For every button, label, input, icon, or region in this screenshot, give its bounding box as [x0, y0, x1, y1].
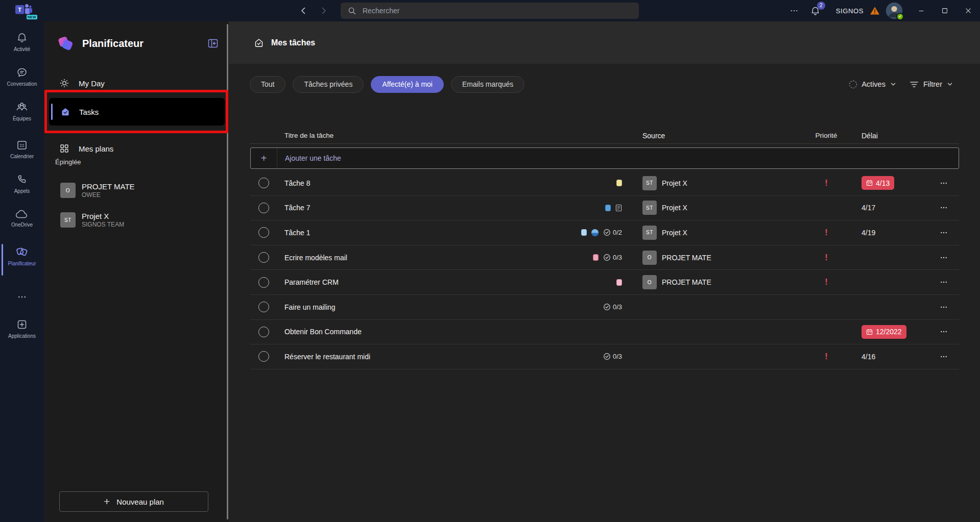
task-due: 12/2022 [852, 325, 928, 339]
phone-icon [16, 173, 28, 186]
chat-icon [16, 66, 28, 79]
notifications-bell-icon[interactable]: 2 [810, 6, 821, 16]
rail-item-apps[interactable]: Applications [0, 318, 44, 339]
tab-all[interactable]: Tout [250, 76, 285, 93]
rail-item-activity[interactable]: Activité [0, 32, 44, 52]
status-available-icon: ✓ [896, 13, 904, 20]
pinned-plan-projet-mate[interactable]: O PROJET MATE OWEE [49, 179, 222, 202]
column-header-due[interactable]: Délai [852, 132, 928, 140]
source-plan-name: PROJET MATE [662, 254, 711, 262]
table-row[interactable]: Tâche 1 0/2 STProjet X ! 4/19 [250, 220, 959, 245]
my-tasks-view: Mes tâches Tout Tâches privées Affecté(e… [229, 21, 980, 522]
task-indicators [616, 279, 622, 286]
table-row[interactable]: Réserver le restaurant midi 0/3 ! 4/16 [250, 344, 959, 369]
calendar-icon [16, 139, 28, 151]
task-more-button[interactable] [940, 254, 948, 262]
close-button[interactable] [957, 0, 980, 21]
table-row[interactable]: Ecrire modèles mail 0/3 OPROJET MATE ! [250, 245, 959, 270]
collapse-sidebar-icon[interactable] [207, 38, 219, 49]
active-rail-indicator [2, 244, 3, 276]
due-date: 4/16 [862, 353, 875, 361]
sidebar-item-my-day[interactable]: My Day [49, 73, 222, 93]
new-plan-button[interactable]: + Nouveau plan [59, 491, 208, 512]
task-priority: ! [801, 253, 852, 262]
more-options-icon[interactable] [785, 6, 803, 15]
rail-item-chat[interactable]: Conversation [0, 66, 44, 87]
label-chip-icon [593, 254, 599, 261]
plus-icon: + [251, 148, 277, 168]
task-indicators: 0/3 [603, 303, 622, 311]
sidebar-item-tasks[interactable]: Tasks [49, 98, 225, 126]
account-name[interactable]: SIGNOS [836, 7, 864, 15]
table-row[interactable]: Tâche 7 STProjet X 4/17 [250, 196, 959, 221]
complete-task-checkbox[interactable] [258, 227, 269, 238]
complete-task-checkbox[interactable] [258, 178, 269, 188]
plan-avatar: O [60, 183, 76, 198]
complete-task-checkbox[interactable] [258, 302, 269, 312]
tab-flagged-emails[interactable]: Emails marqués [451, 76, 524, 93]
source-plan-avatar: ST [642, 201, 657, 215]
rail-item-onedrive[interactable]: OneDrive [0, 209, 44, 228]
column-header-priority[interactable]: Priorité [801, 132, 852, 139]
complete-task-checkbox[interactable] [258, 327, 269, 337]
task-more-button[interactable] [940, 328, 948, 336]
sun-icon [59, 78, 69, 88]
title-bar: T NEW 2 SIGNOS [0, 0, 980, 21]
user-avatar[interactable]: ✓ [886, 3, 902, 19]
teams-logo-icon: T NEW [14, 3, 33, 18]
sidebar-scrollbar[interactable] [227, 24, 228, 519]
add-task-row[interactable]: + Ajouter une tâche [250, 147, 959, 169]
search-input[interactable] [341, 3, 639, 19]
warning-icon[interactable] [870, 6, 880, 15]
pinned-plan-projet-x[interactable]: ST Projet X SIGNOS TEAM [49, 208, 222, 232]
table-row[interactable]: Obtenir Bon Commande 12/2022 [250, 320, 959, 345]
task-more-button[interactable] [940, 179, 948, 187]
due-date: 4/19 [862, 229, 875, 237]
complete-task-checkbox[interactable] [258, 351, 269, 362]
status-filter-dropdown[interactable]: Actives [849, 80, 896, 88]
column-header-source[interactable]: Source [622, 132, 801, 140]
tab-private-tasks[interactable]: Tâches privées [293, 76, 364, 93]
sidebar-item-my-plans[interactable]: Mes plans [49, 139, 222, 158]
source-plan-name: Projet X [662, 204, 687, 212]
table-row[interactable]: Faire un mailing 0/3 [250, 295, 959, 320]
task-due: 4/13 [852, 176, 928, 190]
task-more-button[interactable] [940, 278, 948, 286]
table-row[interactable]: Paramétrer CRM OPROJET MATE ! [250, 270, 959, 295]
search-field[interactable] [363, 7, 632, 15]
sidebar-item-label: Tasks [79, 108, 99, 116]
back-button[interactable] [299, 7, 307, 15]
minimize-button[interactable] [910, 0, 933, 21]
complete-task-checkbox[interactable] [258, 252, 269, 263]
rail-item-more[interactable] [0, 292, 44, 302]
plan-title: PROJET MATE [82, 182, 135, 192]
complete-task-checkbox[interactable] [258, 277, 269, 288]
filter-dropdown[interactable]: Filtrer [910, 80, 953, 88]
task-title: Réserver le restaurant midi [284, 353, 370, 361]
task-due: 4/17 [852, 204, 928, 212]
status-circle-icon [849, 81, 857, 88]
checklist-icon [603, 303, 611, 311]
column-header-title[interactable]: Titre de la tâche [277, 132, 622, 139]
table-row[interactable]: Tâche 8 STProjet X ! 4/13 [250, 171, 959, 196]
task-more-button[interactable] [940, 353, 948, 361]
due-date-badge: 12/2022 [862, 325, 906, 339]
task-more-button[interactable] [940, 204, 948, 212]
rail-item-planner[interactable]: Planificateur [0, 245, 44, 266]
rail-item-calls[interactable]: Appels [0, 173, 44, 194]
rail-item-teams[interactable]: Équipes [0, 101, 44, 121]
task-more-button[interactable] [940, 303, 948, 311]
priority-icon: ! [825, 278, 827, 287]
complete-task-checkbox[interactable] [258, 203, 269, 213]
planner-logo-icon [56, 34, 76, 53]
source-plan-avatar: O [642, 251, 657, 265]
priority-icon: ! [825, 352, 827, 361]
svg-text:T: T [18, 7, 21, 13]
task-priority: ! [801, 278, 852, 287]
rail-item-calendar[interactable]: Calendrier [0, 139, 44, 159]
new-badge: NEW [27, 15, 37, 19]
tab-assigned-to-me[interactable]: Affecté(e) à moi [371, 76, 444, 93]
forward-button[interactable] [320, 7, 328, 15]
maximize-button[interactable] [933, 0, 957, 21]
task-more-button[interactable] [940, 229, 948, 237]
